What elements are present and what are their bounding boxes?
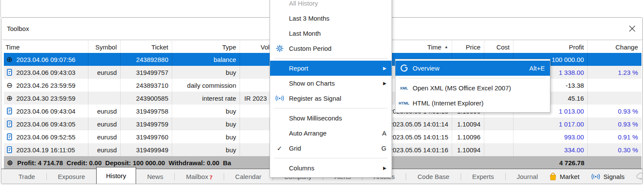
column-header-ticket[interactable]: Ticket (121, 40, 172, 53)
tab-news[interactable]: News (136, 169, 175, 184)
column-header-label: Type (222, 43, 236, 51)
menu-item-last-month[interactable]: Last Month (270, 26, 392, 41)
cell-symbol: eurusd (88, 130, 121, 143)
cell-symbol: eurusd (88, 105, 121, 117)
time-value: 2023.04.06 09:43:03 (16, 69, 76, 76)
menu-item-auto-arrange[interactable]: Auto ArrangeA (270, 126, 392, 141)
app-edge-line (0, 0, 1, 17)
tab-label: Exposure (58, 173, 85, 180)
submenu-item-open-xml-ms-office-excel-2007-[interactable]: XMLOpen XML (MS Office Excel 2007) (395, 80, 550, 96)
cell-type: interest rate (172, 92, 240, 105)
cell-time: ⊕2023.04.30 23:59:59 (4, 92, 88, 105)
menu-item-label: Report (289, 65, 379, 72)
column-header-cost[interactable]: Cost (484, 40, 513, 53)
summary-text: Profit: 4 714.78 Credit: 0.00 Deposit: 1… (17, 159, 231, 166)
cell-symbol (88, 53, 121, 66)
plus-circle-icon: ⊕ (6, 95, 13, 102)
cell-type: daily commission (172, 79, 240, 92)
menu-item-show-on-charts[interactable]: Show on Charts▶ (270, 76, 392, 91)
window-title: Toolbox (7, 25, 29, 32)
menu-item-label: Auto Arrange (289, 130, 376, 137)
cell-time: 2023.04.06 09:43:04 (4, 105, 88, 117)
menu-item-register-as-signal[interactable]: Register as Signal (270, 91, 392, 106)
tab-calendar[interactable]: Calendar (224, 169, 273, 184)
cell-ticket: 319499758 (121, 105, 172, 117)
signal-waves-icon (270, 95, 289, 102)
column-header-label: Change (615, 43, 638, 51)
tab-label: Code Base (417, 173, 449, 180)
cell-type: buy (172, 117, 240, 130)
column-header-price[interactable]: Price (452, 40, 484, 53)
menu-item-label: Columns (289, 164, 379, 172)
tab-journal[interactable]: Journal (506, 169, 549, 184)
menu-item-columns[interactable]: Columns▶ (270, 160, 392, 176)
column-header-label: Price (466, 43, 480, 51)
menu-shortcut: G (381, 145, 386, 152)
menu-shortcut: Alt+E (529, 65, 545, 72)
column-header-label: Time (427, 43, 441, 51)
checkmark-icon: ✓ (270, 145, 289, 152)
cell-type: buy (172, 105, 240, 117)
menu-item-report[interactable]: Report▶ (270, 61, 392, 76)
cell-change: 1.23 % (588, 66, 641, 79)
menu-item-last-3-months[interactable]: Last 3 Months (270, 11, 392, 26)
cell-ticket: 319499757 (121, 66, 172, 79)
context-menu: All HistoryLast 3 MonthsLast MonthCustom… (270, 0, 392, 178)
close-icon[interactable] (628, 24, 636, 33)
tab-label: Journal (517, 173, 538, 180)
menu-separator (274, 58, 388, 59)
menu-item-show-milliseconds[interactable]: Show Milliseconds (270, 111, 392, 126)
menu-item-all-history[interactable]: All History (270, 0, 392, 11)
status-items: MarketSignalsVPSTester (549, 173, 643, 181)
column-header-label: Time (6, 43, 20, 51)
status-item-signals[interactable]: Signals (591, 173, 625, 180)
cell-symbol: eurusd (88, 143, 121, 156)
column-header-label: Symbol (95, 43, 117, 51)
column-header-time[interactable]: Time (4, 40, 88, 53)
column-header-change[interactable]: Change (588, 40, 641, 53)
deal-doc-icon (6, 108, 13, 114)
tab-label: Experts (472, 173, 494, 180)
cell-cost (484, 130, 513, 143)
deal-doc-icon (6, 133, 13, 140)
time-value: 2023.04.06 09:07:56 (16, 56, 76, 63)
tab-mailbox[interactable]: Mailbox7 (175, 169, 224, 184)
cell-type: balance (172, 53, 240, 66)
column-header-label: Cost (496, 43, 510, 51)
time-value: 2023.04.06 09:43:04 (16, 108, 76, 115)
market-bag-icon (549, 173, 557, 181)
status-item-market[interactable]: Market (549, 173, 580, 181)
menu-item-label: Overview (413, 65, 523, 72)
column-header-symbol[interactable]: Symbol (88, 40, 121, 53)
gear-icon (270, 44, 289, 52)
status-item-label: Signals (604, 173, 625, 180)
menu-separator (274, 108, 388, 108)
menu-item-label: All History (289, 0, 386, 7)
tab-experts[interactable]: Experts (461, 169, 505, 184)
status-item-vps[interactable]: VPS (636, 173, 643, 180)
tab-trade[interactable]: Trade (7, 169, 46, 184)
menu-item-label: Show Milliseconds (289, 114, 386, 122)
cell-time: 2023.04.06 09:43:05 (4, 117, 88, 130)
cell-price: 1.10094 (452, 143, 484, 156)
plus-circle-icon[interactable]: ⊕ (6, 159, 14, 166)
cell-time: ⊖2023.04.26 23:59:59 (4, 79, 88, 92)
menu-item-label: Show on Charts (289, 80, 379, 87)
submenu-item-overview[interactable]: OverviewAlt+E (395, 61, 550, 76)
status-item-label: Market (560, 173, 580, 180)
submenu-item-html-internet-explorer-[interactable]: HTMLHTML (Internet Explorer) (395, 96, 550, 111)
tab-code-base[interactable]: Code Base (406, 169, 460, 184)
overview-report-icon (395, 64, 413, 72)
menu-item-custom-period[interactable]: Custom Period (270, 41, 392, 56)
tab-label: Calendar (235, 173, 261, 180)
cell-ticket: 319499760 (121, 130, 172, 143)
menu-item-grid[interactable]: ✓GridG (270, 141, 392, 156)
column-header-type[interactable]: Type (172, 40, 240, 53)
column-header-label: Ticket (152, 43, 168, 51)
report-submenu: OverviewAlt+EXMLOpen XML (MS Office Exce… (395, 59, 550, 113)
column-header-profit[interactable]: Profit (513, 40, 588, 53)
menu-separator (399, 78, 546, 78)
tab-exposure[interactable]: Exposure (47, 169, 96, 184)
submenu-arrow-icon: ▶ (383, 166, 386, 170)
tab-history[interactable]: History (96, 167, 136, 184)
